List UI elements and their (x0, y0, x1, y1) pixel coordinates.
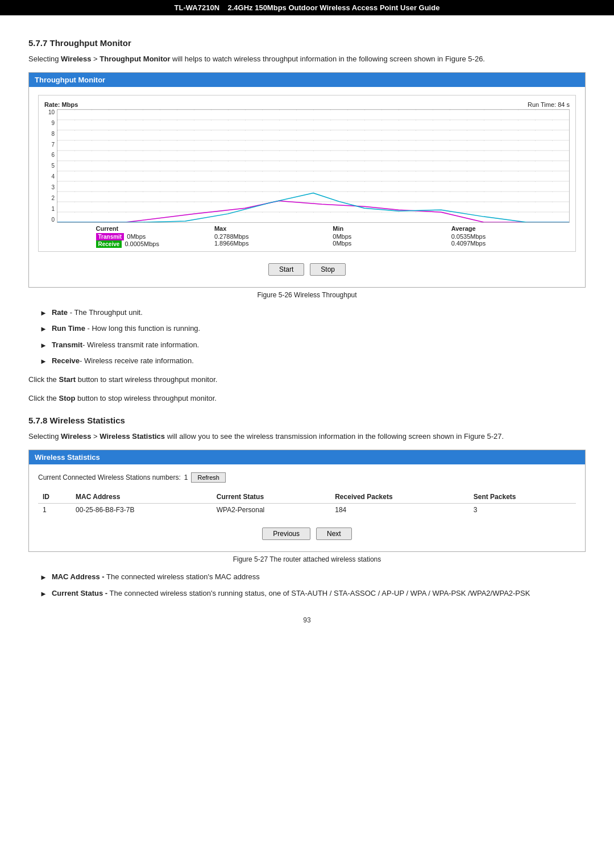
col-id: ID (38, 491, 71, 504)
section-577-heading: 5.7.7 Throughput Monitor (28, 38, 586, 48)
page-number: 93 (28, 616, 586, 624)
chart-top-labels: Rate: Mbps Run Time: 84 s (44, 101, 570, 108)
bullet-arrow-6: ► (40, 588, 47, 600)
row-status: WPA2-Personal (212, 504, 330, 517)
chart-container: Rate: Mbps Run Time: 84 s 0 1 2 3 4 5 6 … (38, 95, 576, 252)
chart-y-axis: 0 1 2 3 4 5 6 7 8 9 10 (44, 109, 57, 223)
receive-current: 0.0005Mbps (125, 240, 159, 247)
wireless-stats-table: ID MAC Address Current Status Received P… (38, 491, 576, 516)
figure-527-caption: Figure 5-27 The router attached wireless… (28, 555, 586, 563)
figure-526-caption: Figure 5-26 Wireless Throughput (28, 291, 586, 299)
bullet-arrow-5: ► (40, 572, 47, 583)
stats-btn-row: Previous Next (38, 522, 576, 543)
start-button[interactable]: Start (268, 263, 304, 276)
bullet-arrow-1: ► (40, 308, 47, 319)
next-button[interactable]: Next (316, 528, 352, 540)
svg-rect-1 (57, 110, 569, 222)
legend-max: Max 0.2788Mbps 1.8966Mbps (214, 225, 333, 248)
transmit-max: 0.2788Mbps (214, 233, 333, 240)
header-bar: TL-WA7210N 2.4GHz 150Mbps Outdoor Wirele… (0, 0, 614, 15)
transmit-badge: Transmit (96, 233, 125, 240)
receive-max: 1.8966Mbps (214, 240, 333, 247)
wireless-stats-panel-body: Current Connected Wireless Stations numb… (29, 464, 585, 551)
receive-badge: Receive (96, 240, 122, 248)
header-title: 2.4GHz 150Mbps Outdoor Wireless Access P… (228, 3, 440, 12)
chart-legend: Current Transmit 0Mbps Receive 0.0005Mbp… (44, 225, 570, 248)
transmit-min: 0Mbps (333, 233, 451, 240)
legend-average: Average 0.0535Mbps 0.4097Mbps (451, 225, 570, 248)
bullet-arrow-2: ► (40, 323, 47, 335)
bullet-current-status: ► Current Status - The connected wireles… (40, 588, 586, 600)
connected-stations-label: Current Connected Wireless Stations numb… (38, 472, 576, 483)
row-received: 184 (330, 504, 469, 517)
row-mac: 00-25-86-B8-F3-7B (71, 504, 212, 517)
bullet-transmit: ► Transmit- Wireless transmit rate infor… (40, 339, 586, 351)
stop-button[interactable]: Stop (310, 263, 346, 276)
throughput-panel-body: Rate: Mbps Run Time: 84 s 0 1 2 3 4 5 6 … (29, 87, 585, 287)
section-578-intro: Selecting Wireless > Wireless Statistics… (28, 431, 586, 443)
section-577-bullets: ► Rate - The Throughput unit. ► Run Time… (40, 307, 586, 367)
col-status: Current Status (212, 491, 330, 504)
throughput-panel-header: Throughput Monitor (29, 73, 585, 87)
connected-count: 1 (184, 474, 188, 481)
bullet-runtime: ► Run Time - How long this function is r… (40, 323, 586, 335)
transmit-current: 0Mbps (127, 233, 146, 240)
legend-min: Min 0Mbps 0Mbps (333, 225, 451, 248)
row-sent: 3 (469, 504, 576, 517)
bullet-arrow-3: ► (40, 340, 47, 351)
col-sent: Sent Packets (469, 491, 576, 504)
section-578-bullets: ► MAC Address - The connected wireless s… (40, 571, 586, 599)
header-model: TL-WA7210N (175, 3, 219, 12)
stats-table-header-row: ID MAC Address Current Status Received P… (38, 491, 576, 504)
chart-rate-label: Rate: Mbps (44, 101, 78, 108)
bullet-receive: ► Receive- Wireless receive rate informa… (40, 355, 586, 367)
stats-table-head: ID MAC Address Current Status Received P… (38, 491, 576, 504)
section-577-intro: Selecting Wireless > Throughput Monitor … (28, 53, 586, 65)
previous-button[interactable]: Previous (262, 528, 310, 540)
refresh-button[interactable]: Refresh (191, 472, 226, 483)
main-content: 5.7.7 Throughput Monitor Selecting Wirel… (0, 15, 614, 636)
click-start-text: Click the Start button to start wireless… (28, 374, 586, 386)
section-578-heading: 5.7.8 Wireless Statistics (28, 416, 586, 425)
stats-table-body: 1 00-25-86-B8-F3-7B WPA2-Personal 184 3 (38, 504, 576, 517)
col-received: Received Packets (330, 491, 469, 504)
col-mac: MAC Address (71, 491, 212, 504)
transmit-avg: 0.0535Mbps (451, 233, 570, 240)
legend-empty (60, 225, 96, 248)
table-row: 1 00-25-86-B8-F3-7B WPA2-Personal 184 3 (38, 504, 576, 517)
legend-current: Current Transmit 0Mbps Receive 0.0005Mbp… (96, 225, 214, 248)
bullet-mac: ► MAC Address - The connected wireless s… (40, 571, 586, 583)
receive-min: 0Mbps (333, 240, 451, 247)
throughput-monitor-panel: Throughput Monitor Rate: Mbps Run Time: … (28, 72, 586, 288)
bullet-rate: ► Rate - The Throughput unit. (40, 307, 586, 319)
row-id: 1 (38, 504, 71, 517)
wireless-stats-panel-header: Wireless Statistics (29, 450, 585, 464)
bullet-arrow-4: ► (40, 356, 47, 367)
wireless-statistics-panel: Wireless Statistics Current Connected Wi… (28, 450, 586, 552)
chart-runtime: Run Time: 84 s (528, 101, 570, 108)
throughput-btn-row: Start Stop (38, 258, 576, 279)
receive-avg: 0.4097Mbps (451, 240, 570, 247)
chart-svg (57, 109, 570, 223)
chart-area: 0 1 2 3 4 5 6 7 8 9 10 (44, 109, 570, 223)
click-stop-text: Click the Stop button to stop wireless t… (28, 393, 586, 405)
